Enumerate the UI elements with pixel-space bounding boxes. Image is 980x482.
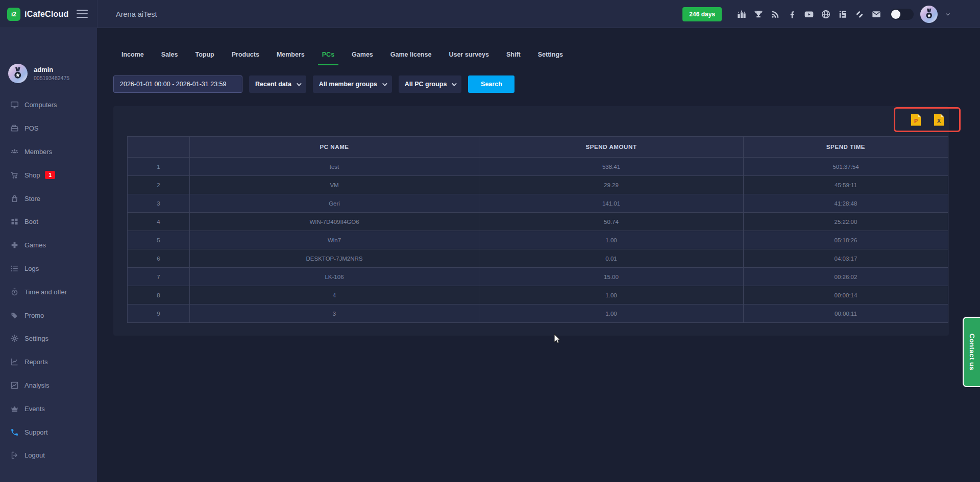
table-row[interactable]: 5 Win7 1.00 05:18:26 (128, 231, 948, 249)
sidebar-item-logs[interactable]: Logs (0, 257, 97, 281)
tab-game-license[interactable]: Game license (390, 44, 432, 65)
chevron-down-icon[interactable] (944, 11, 951, 18)
table-row[interactable]: 3 Geri 141.01 41:28:48 (128, 194, 948, 212)
results-panel: PC NAMESPEND AMOUNTSPEND TIME 1 test 538… (113, 106, 949, 336)
sidebar-item-games[interactable]: Games (0, 234, 97, 257)
pc-name-cell: Geri (189, 194, 479, 212)
report-chart-icon (10, 358, 19, 366)
svg-text:X: X (937, 117, 940, 123)
sidebar-item-pos[interactable]: POS (0, 117, 97, 140)
tab-income[interactable]: Income (121, 44, 144, 65)
contact-us-button[interactable]: Contact us (963, 317, 980, 387)
trophy-icon[interactable] (753, 9, 764, 19)
sidebar-item-support[interactable]: Support (0, 420, 97, 444)
tab-games[interactable]: Games (352, 44, 373, 65)
spend-time-cell: 00:00:14 (743, 286, 948, 304)
spend-amount-cell: 29.29 (479, 176, 743, 194)
sidebar-item-computers[interactable]: Computers (0, 93, 97, 117)
subscription-days-badge[interactable]: 246 days (682, 7, 722, 21)
sidebar-item-label: Computers (24, 101, 57, 109)
sidebar-item-settings[interactable]: Settings (0, 327, 97, 350)
shop-cart-icon (10, 171, 19, 180)
tag-icon (10, 311, 19, 320)
globe-icon[interactable] (821, 9, 831, 19)
member-group-select[interactable]: All member groups (313, 75, 392, 93)
avatar[interactable] (920, 6, 938, 23)
topbar: i2 iCafeCloud Arena aiTest 246 days (0, 0, 980, 28)
table-row[interactable]: 1 test 538.41 501:37:54 (128, 157, 948, 175)
sidebar-item-time-and-offer[interactable]: Time and offer (0, 280, 97, 303)
export-pdf-button[interactable]: P (911, 113, 921, 126)
theme-toggle[interactable] (890, 9, 914, 20)
analysis-chart-icon (10, 381, 19, 390)
row-number-cell: 9 (128, 305, 189, 322)
layers-icon[interactable] (854, 9, 865, 19)
table-row[interactable]: 8 4 1.00 00:00:14 (128, 286, 948, 304)
row-number-cell: 6 (128, 249, 189, 267)
ranking-icon[interactable] (737, 9, 747, 19)
spend-time-cell: 00:00:11 (743, 305, 948, 322)
pc-group-value: All PC groups (405, 81, 447, 88)
table-row[interactable]: 2 VM 29.29 45:59:11 (128, 175, 948, 194)
sidebar-item-promo[interactable]: Promo (0, 303, 97, 327)
sidebar-toggle-button[interactable] (77, 10, 88, 18)
crown-icon (10, 404, 19, 413)
table-header-cell: PC NAME (189, 137, 479, 157)
sidebar-item-members[interactable]: Members (0, 140, 97, 164)
data-scope-select[interactable]: Recent data (249, 75, 306, 93)
notification-badge: 1 (45, 171, 55, 179)
table-row[interactable]: 7 LK-106 15.00 00:26:02 (128, 267, 948, 286)
facebook-icon[interactable] (787, 9, 797, 19)
icafe-mark-icon[interactable] (838, 9, 848, 19)
spend-amount-cell: 538.41 (479, 158, 743, 175)
table-row[interactable]: 6 DESKTOP-7JM2NRS 0.01 04:03:17 (128, 249, 948, 267)
pc-name-cell: test (189, 158, 479, 175)
user-profile[interactable]: admin 005193482475 (8, 64, 69, 83)
tab-topup[interactable]: Topup (195, 44, 214, 65)
sidebar-item-label: Events (24, 405, 45, 413)
tab-products[interactable]: Products (232, 44, 259, 65)
rss-icon[interactable] (770, 9, 780, 19)
tab-shift[interactable]: Shift (506, 44, 521, 65)
export-excel-button[interactable]: X (934, 113, 944, 126)
sidebar-item-label: Shop (24, 171, 40, 179)
search-button[interactable]: Search (468, 75, 514, 93)
report-tabs: IncomeSalesTopupProductsMembersPCsGamesG… (121, 44, 563, 65)
sidebar-item-events[interactable]: Events (0, 397, 97, 420)
tab-user-surveys[interactable]: User surveys (449, 44, 489, 65)
sidebar-item-boot[interactable]: Boot (0, 210, 97, 234)
sidebar-item-reports[interactable]: Reports (0, 350, 97, 374)
svg-text:P: P (914, 117, 917, 123)
pc-name-cell: DESKTOP-7JM2NRS (189, 249, 479, 267)
brand-name: iCafeCloud (24, 10, 68, 19)
sidebar-item-label: Logs (24, 265, 39, 272)
sidebar-item-logout[interactable]: Logout (0, 444, 97, 467)
chevron-down-icon (452, 81, 457, 86)
mail-icon[interactable] (871, 9, 881, 19)
spend-time-cell: 25:22:00 (743, 213, 948, 231)
sidebar-item-label: Members (24, 148, 52, 156)
sidebar-item-label: Support (24, 428, 48, 436)
date-range-input[interactable]: 2026-01-01 00:00 - 2026-01-31 23:59 (113, 75, 242, 93)
table-row[interactable]: 9 3 1.00 00:00:11 (128, 304, 948, 322)
spend-amount-cell: 1.00 (479, 286, 743, 304)
sidebar-item-label: Logout (24, 451, 45, 459)
table-row[interactable]: 4 WIN-7D409II4GO6 50.74 25:22:00 (128, 212, 948, 231)
sidebar-item-shop[interactable]: Shop 1 (0, 163, 97, 187)
user-id: 005193482475 (34, 75, 69, 81)
computers-icon (10, 100, 19, 109)
row-number-cell: 8 (128, 286, 189, 304)
spend-time-cell: 41:28:48 (743, 194, 948, 212)
tab-settings[interactable]: Settings (538, 44, 563, 65)
spend-amount-cell: 1.00 (479, 231, 743, 249)
tab-members[interactable]: Members (277, 44, 305, 65)
sidebar-item-store[interactable]: Store (0, 187, 97, 210)
row-number-cell: 1 (128, 158, 189, 175)
tab-pcs[interactable]: PCs (322, 44, 334, 65)
sidebar-item-analysis[interactable]: Analysis (0, 374, 97, 397)
list-icon (10, 264, 19, 273)
youtube-icon[interactable] (804, 9, 814, 19)
user-avatar (8, 64, 28, 83)
tab-sales[interactable]: Sales (161, 44, 178, 65)
pc-group-select[interactable]: All PC groups (399, 75, 462, 93)
